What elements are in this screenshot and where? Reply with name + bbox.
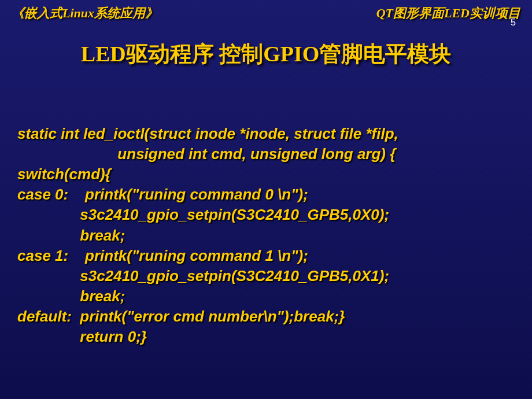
code-line: static int led_ioctl(struct inode *inode… [17,125,398,142]
code-line: break; [17,227,125,244]
code-line: s3c2410_gpio_setpin(S3C2410_GPB5,0X1); [17,267,389,285]
code-line: case 1: printk("runing command 1 \n"); [17,247,308,264]
code-line: s3c2410_gpio_setpin(S3C2410_GPB5,0X0); [17,206,389,223]
code-line: default: printk("error cmd number\n");br… [17,308,345,325]
slide-title: LED驱动程序 控制GPIO管脚电平模块 [0,39,532,69]
code-line: case 0: printk("runing command 0 \n"); [17,186,308,203]
code-line: switch(cmd){ [17,165,111,183]
header-left-text: 《嵌入式Linux系统应用》 [12,5,158,22]
code-line: unsigned int cmd, unsigned long arg) { [17,145,396,162]
code-line: return 0;} [17,328,147,345]
page-number: 5 [511,17,516,28]
code-line: break; [17,287,125,305]
header-right-text: QT图形界面LED实训项目 [376,5,520,22]
slide-header: 《嵌入式Linux系统应用》 QT图形界面LED实训项目 [0,0,532,22]
code-block: static int led_ioctl(struct inode *inode… [17,104,509,347]
